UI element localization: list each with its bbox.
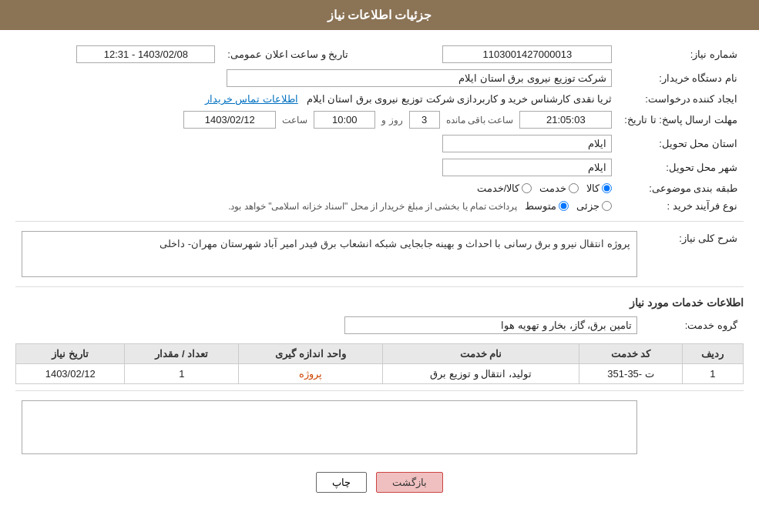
- services-section-title: اطلاعات خدمات مورد نیاز: [15, 296, 744, 309]
- remaining-label: روز و: [381, 115, 402, 125]
- buyer-org-value: شرکت توزیع نیروی برق استان ایلام: [15, 66, 618, 90]
- button-row: بازگشت چاپ: [15, 472, 744, 505]
- buyer-notes-value: [15, 397, 643, 460]
- province-value: ایلام: [15, 132, 618, 156]
- remaining-time-field: 21:05:03: [519, 111, 612, 129]
- col-name: نام خدمت: [382, 344, 579, 364]
- response-date-field: 1403/02/12: [183, 111, 276, 129]
- category-khedmat: خدمت: [539, 182, 579, 194]
- page-title: جزئیات اطلاعات نیاز: [327, 8, 432, 22]
- province-field: ایلام: [442, 135, 612, 152]
- need-number-value: 1103001427000013: [370, 42, 618, 66]
- col-date: تاریخ نیاز: [16, 344, 125, 364]
- remaining-days-field: 3: [409, 111, 440, 129]
- description-value: پروژه انتقال نیرو و برق رسانی با احداث و…: [15, 228, 643, 280]
- table-cell-unit: پروژه: [239, 364, 382, 384]
- province-label: استان محل تحویل:: [618, 132, 744, 156]
- purchase-type-note: پرداخت تمام یا بخشی از مبلغ خریدار از مح…: [228, 201, 517, 212]
- creator-label: ایجاد کننده درخواست:: [618, 90, 744, 108]
- remaining-time-label: ساعت باقی مانده: [446, 115, 514, 125]
- category-kala-label: کالا: [586, 182, 599, 194]
- description-field: پروژه انتقال نیرو و برق رسانی با احداث و…: [22, 231, 637, 277]
- col-unit: واحد اندازه گیری: [239, 344, 382, 364]
- purchase-motavasset-label: متوسط: [525, 200, 556, 212]
- table-cell-date: 1403/02/12: [16, 364, 125, 384]
- category-kala-khedmat: کالا/خدمت: [477, 182, 532, 194]
- description-text: پروژه انتقال نیرو و برق رسانی با احداث و…: [160, 238, 630, 249]
- purchase-jozee-radio[interactable]: [602, 201, 612, 211]
- col-row: ردیف: [682, 344, 743, 364]
- response-deadline-row: 21:05:03 ساعت باقی مانده 3 روز و 10:00 س…: [15, 108, 618, 132]
- divider-1: [15, 221, 744, 222]
- category-khedmat-label: خدمت: [539, 182, 566, 194]
- response-deadline-label: مهلت ارسال پاسخ: تا تاریخ:: [618, 108, 744, 132]
- purchase-jozee: جزئی: [576, 200, 612, 212]
- service-group-value: تامین برق، گاز، بخار و تهویه هوا: [15, 313, 643, 337]
- buyer-notes-table: [15, 397, 744, 460]
- announce-value: 1403/02/08 - 12:31: [15, 42, 221, 66]
- city-value: ایلام: [15, 156, 618, 179]
- table-cell-row: 1: [682, 364, 743, 384]
- col-code: کد خدمت: [579, 344, 682, 364]
- main-content: شماره نیاز: 1103001427000013 تاریخ و ساع…: [0, 30, 759, 517]
- response-time-label: ساعت: [282, 115, 307, 125]
- table-cell-code: ت -35-351: [579, 364, 682, 384]
- category-khedmat-radio[interactable]: [569, 183, 579, 193]
- announce-label: تاریخ و ساعت اعلان عمومی:: [221, 42, 354, 66]
- announce-field: 1403/02/08 - 12:31: [76, 45, 215, 63]
- buyer-org-label: نام دستگاه خریدار:: [618, 66, 744, 90]
- print-button[interactable]: چاپ: [316, 472, 367, 493]
- table-cell-name: تولید، انتقال و توزیع برق: [382, 364, 579, 384]
- category-kala: کالا: [586, 182, 612, 194]
- service-group-label: گروه خدمت:: [643, 313, 744, 337]
- purchase-jozee-label: جزئی: [576, 200, 599, 212]
- category-options: کالا خدمت کالا/خدمت: [15, 179, 618, 197]
- buyer-notes-label: [643, 397, 744, 460]
- need-number-field: 1103001427000013: [442, 45, 612, 63]
- table-row: 1ت -35-351تولید، انتقال و توزیع برقپروژه…: [16, 364, 744, 384]
- service-group-table: گروه خدمت: تامین برق، گاز، بخار و تهویه …: [15, 313, 744, 337]
- description-table: شرح کلی نیاز: پروژه انتقال نیرو و برق رس…: [15, 228, 744, 280]
- category-kala-khedmat-label: کالا/خدمت: [477, 182, 520, 194]
- services-table: ردیف کد خدمت نام خدمت واحد اندازه گیری ت…: [15, 343, 744, 384]
- buyer-org-field: شرکت توزیع نیروی برق استان ایلام: [227, 69, 612, 87]
- page-wrapper: جزئیات اطلاعات نیاز شماره نیاز: 11030014…: [0, 0, 759, 532]
- purchase-type-options: جزئی متوسط پرداخت تمام یا بخشی از مبلغ خ…: [15, 197, 618, 215]
- city-label: شهر محل تحویل:: [618, 156, 744, 179]
- divider-2: [15, 286, 744, 287]
- need-number-label: شماره نیاز:: [618, 42, 744, 66]
- table-cell-count: 1: [125, 364, 239, 384]
- response-time-field: 10:00: [314, 111, 375, 129]
- creator-value: ثریا نقدی کارشناس خرید و کاربردازی شرکت …: [15, 90, 618, 108]
- service-group-field: تامین برق، گاز، بخار و تهویه هوا: [344, 316, 637, 334]
- category-label: طبقه بندی موضوعی:: [618, 179, 744, 197]
- creator-text: ثریا نقدی کارشناس خرید و کاربردازی شرکت …: [307, 93, 613, 105]
- city-field: ایلام: [442, 159, 612, 176]
- col-count: تعداد / مقدار: [125, 344, 239, 364]
- page-header: جزئیات اطلاعات نیاز: [0, 0, 759, 30]
- back-button[interactable]: بازگشت: [376, 472, 443, 493]
- info-table: شماره نیاز: 1103001427000013 تاریخ و ساع…: [15, 42, 744, 215]
- purchase-motavasset-radio[interactable]: [559, 201, 569, 211]
- divider-3: [15, 390, 744, 391]
- category-kala-khedmat-radio[interactable]: [522, 183, 532, 193]
- category-kala-radio[interactable]: [602, 183, 612, 193]
- buyer-notes-field[interactable]: [22, 400, 637, 454]
- purchase-type-label: نوع فرآیند خرید :: [618, 197, 744, 215]
- description-label: شرح کلی نیاز:: [643, 228, 744, 280]
- creator-link[interactable]: اطلاعات تماس خریدار: [205, 93, 298, 105]
- purchase-motavasset: متوسط: [525, 200, 569, 212]
